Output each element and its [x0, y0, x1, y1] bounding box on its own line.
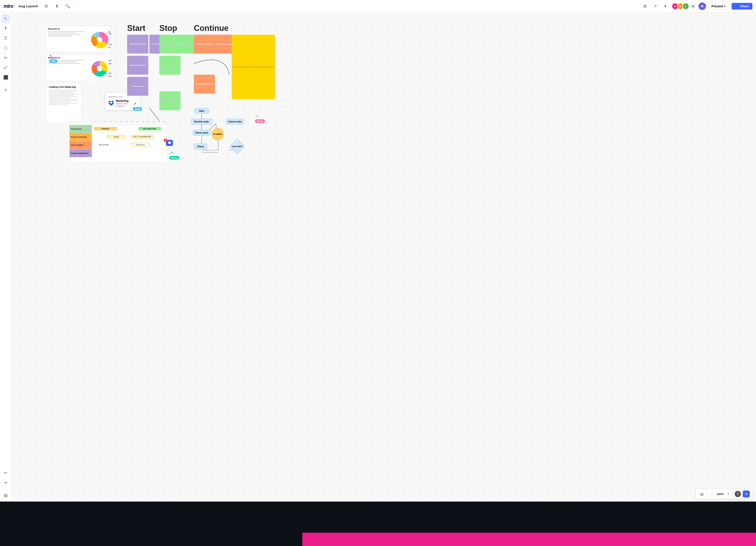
redo-button[interactable]: ↪ [1, 478, 10, 487]
big-yellow-sticky[interactable] [232, 35, 275, 99]
settings-button[interactable]: ⚙ [42, 2, 50, 10]
svg-point-13 [97, 66, 102, 71]
frame-tool[interactable]: ⬛ [1, 73, 10, 82]
add-tool[interactable]: + [1, 86, 10, 94]
flow-receive-order: Receive order [191, 119, 212, 124]
self-avatar: M [698, 2, 706, 10]
sticky-green-1[interactable] [159, 35, 180, 54]
pen-tool[interactable]: ✏ [1, 53, 10, 62]
grid-view-button[interactable]: ⊞ [641, 2, 649, 10]
research-19-frame: Research 19 [46, 55, 110, 81]
shapes-tool[interactable]: ⬡ [1, 44, 10, 52]
start-label: Start [127, 24, 145, 33]
cursor-maria: ↗ Maria [255, 114, 265, 123]
digital-age-doc: Leading in the Digital Age [46, 83, 82, 124]
text-tool[interactable]: T [1, 24, 10, 33]
panel-button[interactable]: ▤ [1, 491, 10, 500]
continue-label: Continue [194, 24, 229, 33]
ai-assist-button[interactable]: ✦ [743, 490, 750, 498]
avatar-group: A B C 12 [672, 3, 696, 10]
left-toolbar: ↖ T 🗒 ⬡ ✏ 🖊 ⬛ + ↩ ↪ ▤ [0, 12, 12, 502]
cursor-anna: ↗ Anna [169, 150, 179, 160]
board-title[interactable]: Aug Launch [17, 3, 40, 9]
select-mode-button[interactable]: ↗ [651, 2, 659, 10]
research-21-frame: Research 21 [46, 26, 110, 52]
main-area: ↖ T 🗒 ⬡ ✏ 🖊 ⬛ + ↩ ↪ ▤ [0, 12, 756, 502]
flow-card-valid-wrapper: Card valid? [232, 141, 243, 152]
miro-logo: miro [4, 3, 13, 9]
select-tool[interactable]: ↖ [1, 14, 10, 23]
marker-tool[interactable]: 🖊 [1, 63, 10, 72]
avatar-count[interactable]: 12 [690, 3, 696, 10]
chat-badge: 3 [164, 138, 167, 142]
avatar-3: C [682, 3, 689, 10]
sticky-purple-4[interactable] [127, 77, 148, 96]
svg-point-11 [97, 37, 102, 42]
magic-button[interactable]: ✦ [662, 2, 670, 10]
bottom-bar: ▤ − 100% + ? ✦ [696, 489, 752, 499]
sticky-green-3[interactable] [159, 56, 180, 75]
sticky-purple-3[interactable] [127, 56, 148, 75]
sticky-orange-1[interactable] [194, 35, 215, 54]
sticky-orange-3[interactable] [194, 75, 215, 94]
zoom-level: 100% [716, 492, 724, 496]
zoom-in-button[interactable]: + [726, 491, 731, 497]
stop-label: Stop [159, 24, 177, 33]
canvas-svg [12, 12, 756, 502]
dark-bottom-pink [302, 533, 756, 546]
flow-start: Start [194, 108, 209, 114]
zoom-out-button[interactable]: − [709, 491, 715, 497]
dark-bottom [0, 502, 756, 546]
export-button[interactable]: ⬆ [53, 2, 61, 10]
sticky-purple-1[interactable] [127, 35, 148, 54]
sticky-green-4[interactable] [159, 91, 180, 110]
flow-cancel-order: Cancel order [226, 119, 244, 124]
flow-check: Check [194, 144, 207, 149]
help-button[interactable]: ? [735, 491, 741, 497]
topbar-right: ⊞ ↗ ✦ A B C 12 M Present ▼ 👤 Share [641, 2, 752, 10]
undo-button[interactable]: ↩ [1, 468, 10, 477]
gantt-chart: 8 9 10 11 12 13 14 15 16 17 18 19 [69, 121, 167, 162]
flow-check-stock: Check stock [193, 130, 211, 136]
present-button[interactable]: Present ▼ [708, 3, 729, 10]
topbar: miro Aug Launch ⚙ ⬆ 🔍 ⊞ ↗ ✦ A B C 12 M P… [0, 0, 756, 12]
flow-in-stock: In stock [212, 128, 224, 140]
sticky-tool[interactable]: 🗒 [1, 34, 10, 43]
layout-button[interactable]: ▤ [698, 490, 706, 498]
search-button[interactable]: 🔍 [64, 2, 72, 10]
share-button[interactable]: 👤 Share [732, 3, 752, 10]
canvas-area[interactable]: Research 21 [12, 12, 756, 502]
canvas-content: Research 21 [12, 12, 756, 502]
